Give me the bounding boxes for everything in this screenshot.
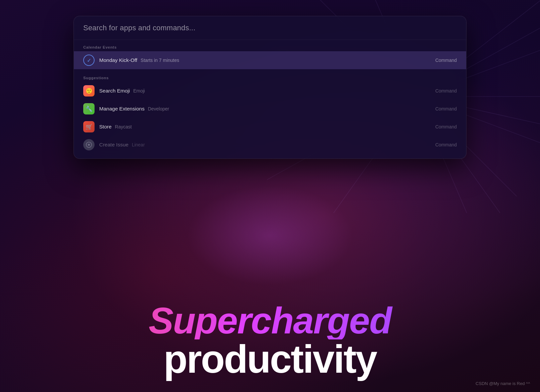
item-subtitle: Raycast (115, 124, 132, 129)
item-title: Store (99, 124, 112, 130)
item-subtitle: Linear (132, 142, 145, 147)
list-item[interactable]: 🙂 Search Emoji Emoji Command (74, 82, 466, 100)
dev-app-icon: 🔧 (83, 103, 95, 114)
list-item[interactable]: ✓ Monday Kick-Off Starts in 7 minutes Co… (74, 51, 466, 69)
list-item[interactable]: 🔧 Manage Extensions Developer Command (74, 100, 466, 118)
suggestions-label: Suggestions (74, 76, 466, 80)
list-item[interactable]: 🛒 Store Raycast Command (74, 118, 466, 136)
item-title: Monday Kick-Off (99, 57, 137, 63)
item-title: Manage Extensions (99, 106, 144, 112)
search-input[interactable] (83, 24, 457, 32)
item-subtitle: Starts in 7 minutes (140, 58, 179, 63)
item-subtitle: Developer (148, 106, 169, 111)
search-bar (74, 16, 466, 40)
item-command: Command (435, 106, 457, 111)
calendar-events-section: Calendar Events ✓ Monday Kick-Off Starts… (74, 40, 466, 71)
emoji-symbol: 🙂 (86, 88, 93, 95)
item-command: Command (435, 58, 457, 63)
linear-app-icon (83, 139, 95, 150)
linear-symbol (86, 141, 92, 148)
store-symbol: 🛒 (86, 123, 93, 130)
supercharged-text: Supercharged (0, 302, 540, 339)
item-subtitle: Emoji (133, 88, 145, 94)
main-container: Calendar Events ✓ Monday Kick-Off Starts… (0, 0, 540, 392)
emoji-app-icon: 🙂 (83, 85, 95, 97)
item-title: Create Issue (99, 142, 129, 148)
productivity-text: productivity (0, 339, 540, 379)
suggestions-section: Suggestions 🙂 Search Emoji Emoji Command… (74, 71, 466, 158)
calendar-events-label: Calendar Events (74, 45, 466, 49)
item-title: Search Emoji (99, 88, 130, 94)
check-symbol: ✓ (87, 57, 91, 64)
raycast-window: Calendar Events ✓ Monday Kick-Off Starts… (74, 16, 466, 159)
item-command: Command (435, 124, 457, 129)
item-command: Command (435, 142, 457, 147)
dev-symbol: 🔧 (86, 105, 93, 112)
watermark: CSDN @My name is Red ^^ (476, 381, 530, 386)
store-app-icon: 🛒 (83, 121, 95, 132)
list-item[interactable]: Create Issue Linear Command (74, 136, 466, 154)
calendar-icon: ✓ (83, 55, 95, 66)
hero-section: Supercharged productivity (0, 302, 540, 379)
item-command: Command (435, 88, 457, 94)
svg-point-16 (88, 144, 90, 146)
